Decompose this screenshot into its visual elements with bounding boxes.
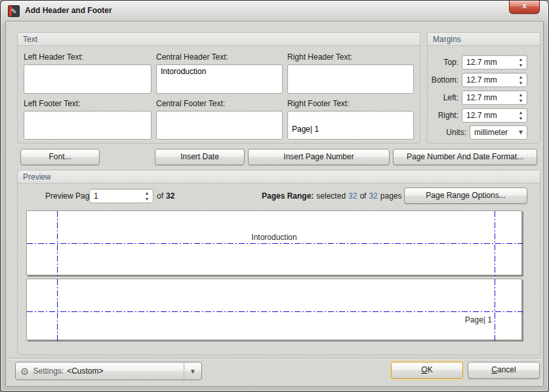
margins-group-label: Margins (433, 35, 461, 44)
spin-down-icon[interactable]: ▼ (516, 80, 525, 86)
units-label: Units: (427, 128, 466, 137)
spin-down-icon[interactable]: ▼ (516, 115, 525, 121)
margin-top-spinner[interactable]: 12.7 mm ▲▼ (462, 55, 527, 69)
units-value: millimeter (474, 128, 508, 137)
margin-guides (27, 279, 523, 341)
text-group-label: Text (23, 35, 37, 44)
header-preview-text: Intoroduction (27, 233, 521, 242)
margin-bottom-spinner[interactable]: 12.7 mm ▲▼ (462, 73, 527, 87)
central-footer-text-input[interactable] (156, 111, 283, 140)
units-row: Units: millimeter ▼ (427, 125, 532, 140)
margin-right-row: Right: 12.7 mm ▲▼ (427, 108, 532, 123)
total-pages: 32 (166, 191, 174, 201)
footer-preview-page: Page| 1 (26, 279, 522, 340)
right-header-text-label: Right Header Text: (287, 52, 352, 62)
gear-icon: ⚙ (20, 366, 29, 376)
spinner-buttons[interactable]: ▲▼ (516, 74, 525, 86)
margin-right-value: 12.7 mm (466, 111, 497, 120)
margin-left-value: 12.7 mm (466, 93, 497, 102)
ok-button[interactable]: OK (391, 362, 463, 379)
of-total-pages: of 32 (157, 191, 174, 201)
spin-up-icon[interactable]: ▲ (142, 190, 152, 196)
margin-top-row: Top: 12.7 mm ▲▼ (427, 55, 532, 69)
page-range-options-button[interactable]: Page Range Options... (404, 187, 527, 204)
selected-count: 32 (348, 191, 357, 201)
spin-down-icon[interactable]: ▼ (516, 98, 525, 104)
margin-top-label: Top: (427, 58, 458, 67)
spin-up-icon[interactable]: ▲ (516, 56, 525, 62)
spin-up-icon[interactable]: ▲ (516, 74, 525, 80)
margin-right-spinner[interactable]: 12.7 mm ▲▼ (462, 108, 527, 123)
pages-word: pages (380, 191, 402, 201)
central-footer-text-label: Central Footer Text: (156, 99, 225, 108)
margin-guides (27, 211, 523, 276)
units-dropdown[interactable]: millimeter ▼ (470, 125, 527, 140)
margins-group-header: Margins (428, 33, 540, 46)
left-header-text-label: Left Header Text: (24, 52, 83, 62)
spinner-buttons[interactable]: ▲▼ (516, 109, 525, 121)
spin-up-icon[interactable]: ▲ (516, 92, 525, 98)
settings-value: <Custom> (67, 366, 103, 376)
margin-top-value: 12.7 mm (466, 58, 497, 67)
chevron-down-icon[interactable]: ▼ (518, 128, 524, 136)
left-header-text-input[interactable] (24, 64, 152, 94)
titlebar[interactable]: ✎ Add Header and Footer x (1, 1, 548, 21)
of-word: of (157, 191, 163, 201)
footer-separator (7, 358, 542, 359)
insert-page-number-button[interactable]: Insert Page Number (248, 149, 390, 165)
right-header-text-input[interactable] (287, 64, 414, 94)
central-header-text-input[interactable]: Intoroduction (156, 64, 283, 94)
spinner-buttons[interactable]: ▲▼ (516, 92, 525, 104)
margin-bottom-row: Bottom: 12.7 mm ▲▼ (427, 73, 532, 87)
close-button[interactable]: x (509, 1, 540, 14)
font-button[interactable]: Font... (20, 149, 100, 165)
total-count: 32 (369, 191, 377, 201)
cancel-button[interactable]: Cancel (468, 362, 540, 379)
left-footer-text-input[interactable] (24, 111, 152, 140)
spinner-buttons[interactable]: ▲▼ (142, 190, 152, 202)
central-header-text-label: Central Header Text: (156, 52, 228, 62)
page-number-date-format-button[interactable]: Page Number And Date Format... (393, 149, 537, 165)
margin-left-spinner[interactable]: 12.7 mm ▲▼ (462, 90, 527, 105)
close-icon: x (522, 1, 527, 10)
chevron-down-icon[interactable]: ▼ (184, 363, 201, 380)
preview-page-value: 1 (94, 191, 98, 201)
preview-page-label: Preview Page (45, 191, 94, 201)
app-pencil-icon: ✎ (8, 5, 20, 17)
preview-group-header: Preview (18, 170, 540, 184)
footer-preview-text: Page| 1 (465, 315, 492, 324)
header-preview-page: Intoroduction (26, 210, 522, 275)
dialog-title: Add Header and Footer (25, 6, 112, 15)
right-footer-text-label: Right Footer Text: (287, 99, 350, 108)
margin-right-label: Right: (427, 111, 458, 120)
settings-dropdown[interactable]: ⚙ Settings: <Custom> ▼ (15, 362, 202, 380)
spin-down-icon[interactable]: ▼ (142, 196, 152, 202)
margin-left-label: Left: (427, 93, 458, 102)
add-header-footer-dialog: ✎ Add Header and Footer x Text Left Head… (0, 0, 549, 392)
margin-bottom-label: Bottom: (427, 75, 458, 85)
settings-label: Settings: (33, 366, 64, 376)
margin-bottom-value: 12.7 mm (466, 75, 497, 85)
of-word: of (359, 191, 366, 201)
pencil-glyph: ✎ (10, 7, 16, 15)
selected-word: selected (316, 191, 346, 201)
spinner-buttons[interactable]: ▲▼ (516, 56, 525, 68)
preview-group-label: Preview (23, 172, 51, 182)
right-footer-text-input[interactable]: Page| 1 (287, 111, 414, 140)
pages-range-status: Pages Range: selected 32 of 32 pages (262, 191, 402, 201)
pages-range-label: Pages Range: (262, 191, 314, 201)
spin-up-icon[interactable]: ▲ (516, 109, 525, 115)
preview-page-spinner[interactable]: 1 ▲▼ (89, 189, 153, 203)
spin-down-icon[interactable]: ▼ (516, 62, 525, 68)
text-group-header: Text (18, 33, 420, 46)
insert-date-button[interactable]: Insert Date (155, 149, 245, 165)
margin-left-row: Left: 12.7 mm ▲▼ (427, 90, 532, 105)
left-footer-text-label: Left Footer Text: (24, 99, 81, 108)
